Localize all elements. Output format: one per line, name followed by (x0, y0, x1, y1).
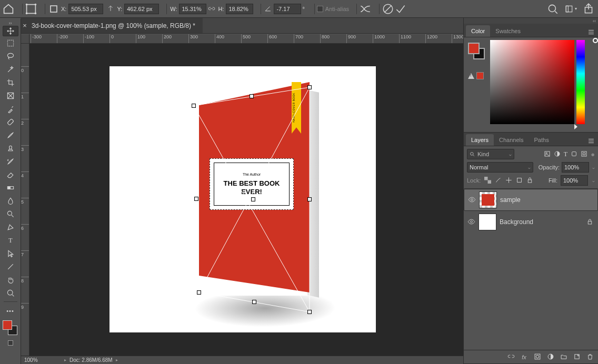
cancel-transform-button[interactable] (382, 3, 394, 15)
lock-position-icon[interactable] (505, 177, 512, 185)
reference-point-icon[interactable] (47, 3, 60, 15)
tab-paths[interactable]: Paths (529, 134, 554, 146)
transform-handle[interactable] (252, 300, 256, 304)
zoom-tool[interactable] (3, 286, 18, 299)
stamp-tool[interactable] (3, 141, 18, 155)
transform-box[interactable] (109, 66, 376, 332)
hue-pointer-icon[interactable] (574, 124, 577, 129)
brush-tool[interactable] (3, 128, 18, 141)
lock-transparent-icon[interactable] (484, 177, 491, 185)
foreground-background-swatch[interactable] (3, 320, 18, 336)
eraser-tool[interactable] (3, 168, 18, 181)
ruler-horizontal[interactable]: -300-200-1000100200300400500600700800900… (29, 34, 463, 44)
transform-handle[interactable] (307, 85, 312, 89)
canvas-viewport[interactable]: HARD-COVER BOOK The Author THE BEST BOOK… (29, 44, 463, 356)
layer-thumbnail[interactable] (479, 214, 496, 230)
lock-artboard-icon[interactable] (515, 177, 523, 185)
lock-image-icon[interactable] (494, 177, 502, 185)
quickmask-toggle[interactable] (3, 339, 18, 347)
commit-transform-button[interactable] (394, 3, 407, 15)
layer-filter-kind[interactable]: Kind ⌵ (467, 149, 514, 159)
foreground-swatch[interactable] (3, 320, 12, 330)
blend-mode-select[interactable]: Normal ⌵ (467, 162, 533, 173)
warp-mode-button[interactable] (359, 3, 372, 15)
layer-row[interactable]: Background (464, 211, 598, 233)
search-button[interactable] (546, 3, 559, 15)
h-field[interactable] (226, 4, 253, 14)
layer-row[interactable]: sample (464, 189, 598, 211)
visibility-toggle[interactable] (467, 218, 475, 227)
filter-type-icon[interactable]: T (564, 150, 567, 158)
adjustment-layer-icon[interactable] (546, 353, 554, 361)
transform-handle[interactable] (197, 290, 201, 295)
angle-field[interactable] (274, 4, 301, 14)
filter-pixel-icon[interactable] (544, 150, 551, 158)
blur-tool[interactable] (3, 194, 18, 207)
layer-mask-icon[interactable] (533, 353, 541, 361)
transform-handle[interactable] (307, 310, 312, 314)
color-panel-menu[interactable] (584, 28, 598, 37)
transform-handle[interactable] (192, 104, 196, 108)
link-layers-icon[interactable] (507, 353, 515, 361)
filter-toggle[interactable]: ● (591, 150, 595, 158)
magic-wand-tool[interactable] (3, 63, 18, 76)
collapse-panels[interactable]: ‹‹ (464, 18, 598, 24)
layer-thumbnail[interactable] (479, 191, 497, 208)
layer-fx-icon[interactable]: fx (520, 354, 528, 360)
edit-toolbar-button[interactable]: ••• (3, 304, 18, 317)
delete-layer-icon[interactable] (586, 353, 594, 361)
pen-tool[interactable] (3, 220, 18, 234)
ruler-origin[interactable] (21, 34, 29, 44)
document-tab[interactable]: × 3d-book-cover-template-1.png @ 100% (s… (21, 18, 203, 33)
path-selection-tool[interactable] (3, 247, 18, 260)
transform-handle[interactable] (251, 197, 255, 201)
filter-smart-icon[interactable] (581, 150, 587, 158)
collapse-toolbar[interactable]: ›› (0, 21, 21, 26)
home-button[interactable] (2, 3, 15, 15)
link-wh-icon[interactable] (206, 3, 217, 15)
x-field[interactable] (68, 4, 103, 14)
filter-adjust-icon[interactable] (554, 150, 561, 158)
tab-color[interactable]: Color (466, 25, 490, 37)
dodge-tool[interactable] (3, 207, 18, 220)
tab-layers[interactable]: Layers (466, 134, 494, 146)
close-tab-button[interactable]: × (21, 22, 28, 29)
transform-handle[interactable] (250, 94, 254, 98)
opacity-slider-toggle[interactable]: ⌵ (592, 165, 595, 170)
color-cursor[interactable] (593, 38, 598, 43)
gradient-tool[interactable] (3, 181, 18, 194)
doc-info-dropdown-icon[interactable]: ▸ (116, 358, 118, 362)
color-field[interactable] (490, 40, 574, 124)
workspace-button[interactable]: ▾ (564, 3, 577, 15)
zoom-level[interactable]: 100% (24, 357, 61, 363)
marquee-tool[interactable] (3, 36, 18, 49)
layer-name[interactable]: Background (500, 218, 583, 226)
line-tool[interactable] (3, 260, 18, 273)
history-brush-tool[interactable] (3, 155, 18, 168)
antialias-checkbox[interactable] (317, 6, 323, 12)
move-tool[interactable] (3, 26, 18, 36)
visibility-toggle[interactable] (467, 196, 476, 205)
group-layers-icon[interactable] (560, 353, 567, 361)
lasso-tool[interactable] (3, 49, 18, 63)
doc-info[interactable]: Doc: 2.86M/6.68M (69, 357, 113, 363)
transform-preset-icon[interactable] (25, 3, 37, 15)
fill-field[interactable]: 100% (561, 175, 588, 186)
hand-tool[interactable] (3, 273, 18, 286)
w-field[interactable] (179, 4, 206, 14)
fill-slider-toggle[interactable]: ⌵ (592, 178, 595, 183)
hue-slider[interactable] (576, 40, 585, 124)
filter-shape-icon[interactable] (571, 150, 577, 158)
gamut-warning[interactable] (468, 72, 484, 79)
frame-tool[interactable] (3, 89, 18, 102)
canvas[interactable]: HARD-COVER BOOK The Author THE BEST BOOK… (109, 66, 376, 332)
zoom-dropdown-icon[interactable]: ▸ (64, 358, 66, 362)
new-layer-icon[interactable] (573, 353, 581, 361)
color-foreground[interactable] (468, 43, 480, 54)
lock-all-icon[interactable] (526, 177, 533, 185)
tab-swatches[interactable]: Swatches (490, 25, 526, 37)
ruler-vertical[interactable]: 0123456789 (21, 44, 29, 356)
share-button[interactable] (582, 3, 595, 15)
layers-panel-menu[interactable] (584, 137, 598, 146)
y-field[interactable] (124, 4, 159, 14)
